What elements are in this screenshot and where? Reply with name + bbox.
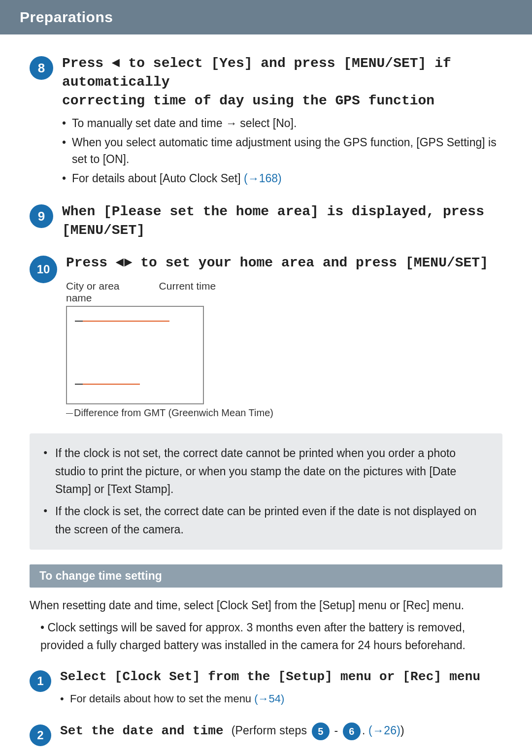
bottom-badge-1: 1	[30, 670, 51, 692]
main-content: 8 Press ◄ to select [Yes] and press [MEN…	[0, 54, 532, 756]
page-header: Preparations	[0, 0, 532, 34]
inline-badge-5: 5	[312, 723, 330, 740]
step-10: 10 Press ◄► to set your home area and pr…	[30, 254, 502, 419]
step-8-subitem-1: To manually set date and time → select […	[62, 115, 502, 132]
bottom-step-1-title: Select [Clock Set] from the [Setup] menu…	[60, 668, 502, 686]
header-title: Preparations	[20, 9, 113, 25]
diagram-caption: Difference from GMT (Greenwich Mean Time…	[66, 407, 502, 419]
step-badge-9: 9	[30, 204, 53, 228]
note-item-1: If the clock is not set, the correct dat…	[43, 444, 489, 498]
change-time-text-1: When resetting date and time, select [Cl…	[30, 596, 502, 615]
section-divider: To change time setting	[30, 564, 502, 588]
bottom-badge-2: 2	[30, 724, 51, 746]
step-10-title: Press ◄► to set your home area and press…	[66, 254, 502, 272]
step-9: 9 When [Please set the home area] is dis…	[30, 202, 502, 240]
inline-badge-6: 6	[343, 723, 361, 740]
diagram-top-line	[81, 321, 169, 322]
step-10-content: Press ◄► to set your home area and press…	[66, 254, 502, 419]
step-badge-8: 8	[30, 56, 53, 80]
step-8-subitem-3: For details about [Auto Clock Set] (→168…	[62, 170, 502, 187]
diagram-box	[66, 306, 204, 404]
step-8-content: Press ◄ to select [Yes] and press [MENU/…	[62, 54, 502, 189]
diagram-label-time: Current time	[159, 280, 216, 304]
step-badge-10: 10	[30, 256, 57, 283]
bottom-step-2-content: Set the date and time (Perform steps 5 -…	[60, 723, 502, 740]
note-item-2: If the clock is set, the correct date ca…	[43, 502, 489, 539]
step-9-content: When [Please set the home area] is displ…	[62, 202, 502, 240]
step-8: 8 Press ◄ to select [Yes] and press [MEN…	[30, 54, 502, 189]
diagram-bottom-line	[81, 384, 140, 385]
diagram-bracket-top	[75, 321, 83, 322]
diagram-labels: City or areaname Current time	[66, 280, 502, 304]
step-8-subitem-2: When you select automatic time adjustmen…	[62, 134, 502, 168]
bottom-step-1-subitems: For details about how to set the menu (→…	[60, 690, 502, 707]
diagram-bracket-bottom	[75, 384, 83, 385]
bottom-step-2: 2 Set the date and time (Perform steps 5…	[30, 723, 502, 746]
diagram-area: City or areaname Current time Difference…	[66, 280, 502, 419]
bottom-step-1-content: Select [Clock Set] from the [Setup] menu…	[60, 668, 502, 709]
bottom-step-1: 1 Select [Clock Set] from the [Setup] me…	[30, 668, 502, 709]
bottom-step-1-subitem-1: For details about how to set the menu (→…	[60, 690, 502, 707]
note-box: If the clock is not set, the correct dat…	[30, 433, 502, 550]
step-8-subitems: To manually set date and time → select […	[62, 115, 502, 187]
step-8-title: Press ◄ to select [Yes] and press [MENU/…	[62, 54, 502, 110]
change-time-text-2: • Clock settings will be saved for appro…	[30, 619, 502, 655]
bottom-step-2-title: Set the date and time (Perform steps 5 -…	[60, 723, 502, 740]
diagram-label-city: City or areaname	[66, 280, 120, 304]
step-9-title: When [Please set the home area] is displ…	[62, 202, 502, 240]
